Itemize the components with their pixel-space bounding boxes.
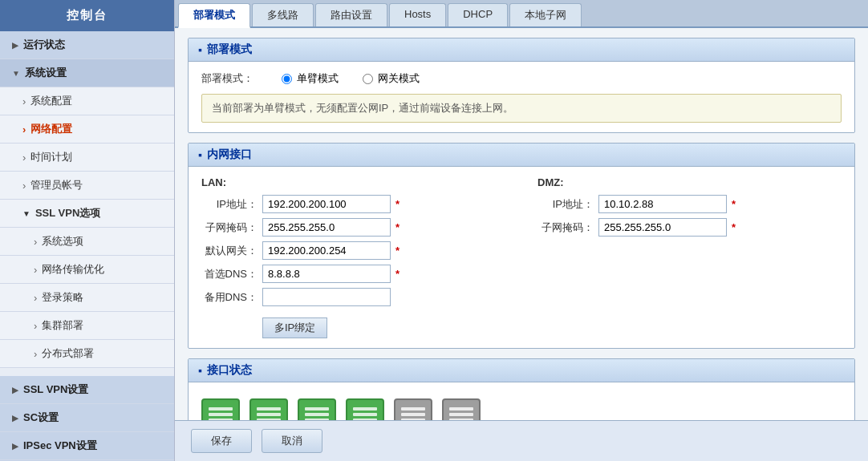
wan3-icon-lines (401, 407, 425, 420)
dmz-ip-star: * (732, 198, 736, 210)
sidebar-item-dist-deploy[interactable]: › 分布式部署 (0, 340, 174, 368)
sidebar-item-ssl-vpn-settings[interactable]: ▶ SSL VPN设置 (0, 376, 174, 404)
sidebar-item-time-plan[interactable]: › 时间计划 (0, 144, 174, 172)
dmz-mask-star: * (732, 221, 736, 233)
sidebar-item-ipsec-vpn[interactable]: ▶ IPSec VPN设置 (0, 432, 174, 460)
lan-dns1-star: * (395, 268, 400, 280)
chevron-icon: › (34, 320, 37, 332)
dmz-ip-input[interactable] (598, 195, 727, 213)
lan-mask-input[interactable] (262, 218, 391, 237)
chevron-icon: › (22, 95, 26, 107)
wan2-line2 (353, 413, 377, 416)
interface-icon-wan1[interactable]: WAN1 (298, 398, 336, 420)
wan3-line2 (401, 413, 425, 416)
wan4-line3 (449, 419, 473, 420)
chevron-icon: › (34, 264, 37, 276)
content-body: 部署模式 部署模式： 单臂模式 网关模式 (175, 28, 868, 420)
lan-dns2-input[interactable] (262, 288, 391, 306)
wan4-icon-lines (449, 407, 473, 420)
lan-ip-row: IP地址： * (201, 195, 505, 213)
lan-gw-input[interactable] (262, 241, 391, 260)
wan1-line3 (305, 419, 329, 420)
sidebar-item-net-transfer[interactable]: › 网络传输优化 (0, 256, 174, 284)
interface-icon-wan3[interactable]: WAN3 (394, 398, 432, 420)
deploy-mode-label: 部署模式： (201, 71, 266, 86)
lan-ip-star: * (395, 198, 400, 210)
deploy-mode-body: 部署模式： 单臂模式 网关模式 当前部署为单臂模式，无 (189, 62, 854, 132)
interface-icon-lan[interactable]: LAN (201, 398, 240, 420)
tab-hosts[interactable]: Hosts (389, 3, 446, 26)
dmz-mask-input[interactable] (598, 218, 727, 237)
sidebar-item-label: SSL VPN选项 (35, 206, 100, 220)
sidebar-item-label: 系统设置 (25, 66, 67, 80)
chevron-icon: › (34, 348, 37, 360)
chevron-icon: › (34, 292, 37, 304)
wan3-icon-img (394, 398, 432, 420)
lan-dns2-row: 备用DNS： (201, 288, 505, 306)
tab-multi-route[interactable]: 多线路 (252, 3, 314, 26)
radio-gateway-mode[interactable]: 网关模式 (363, 71, 420, 86)
interface-icon-wan2[interactable]: WAN2 (346, 398, 384, 420)
chevron-icon: › (34, 236, 37, 248)
radio-gateway-input[interactable] (363, 74, 373, 84)
sidebar-item-sc-settings[interactable]: ▶ SC设置 (0, 404, 174, 432)
wan3-line1 (401, 407, 425, 410)
interface-row: LAN: IP地址： * 子网掩码： * (201, 176, 842, 338)
sidebar-item-label: 系统配置 (30, 94, 72, 108)
dmz-mask-row: 子网掩码： * (537, 218, 842, 237)
inner-interface-panel: 内网接口 LAN: IP地址： * 子网掩码： (188, 143, 855, 349)
sidebar-item-sys-options[interactable]: › 系统选项 (0, 228, 174, 256)
sidebar-item-login-policy[interactable]: › 登录策略 (0, 284, 174, 312)
lan-ip-input[interactable] (262, 195, 391, 213)
chevron-icon: › (22, 123, 26, 135)
sidebar-item-sys-config[interactable]: › 系统配置 (0, 87, 174, 115)
lan-mask-row: 子网掩码： * (201, 218, 505, 237)
sidebar-item-ssl-vpn-options[interactable]: ▼ SSL VPN选项 (0, 200, 174, 228)
cancel-button[interactable]: 取消 (262, 429, 322, 453)
lan-dns1-input[interactable] (262, 265, 391, 283)
tab-route-settings[interactable]: 路由设置 (315, 3, 387, 26)
tab-local-subnet[interactable]: 本地子网 (509, 3, 582, 26)
sidebar-item-net-config[interactable]: › 网络配置 (0, 115, 174, 144)
lan-dns1-label: 首选DNS： (201, 267, 258, 281)
sidebar-item-label: 运行状态 (23, 38, 65, 52)
lan-ip-label: IP地址： (201, 197, 258, 212)
lan-gw-row: 默认网关： * (201, 241, 505, 260)
deploy-info-box: 当前部署为单臂模式，无须配置公网IP，通过前端设备连接上网。 (201, 94, 842, 123)
radio-single-label: 单臂模式 (297, 71, 339, 86)
wan4-line1 (449, 407, 473, 410)
sidebar-item-run-status[interactable]: ▶ 运行状态 (0, 31, 174, 59)
deploy-mode-panel: 部署模式 部署模式： 单臂模式 网关模式 (188, 38, 855, 133)
arrow-icon: ▶ (12, 41, 18, 50)
sidebar-item-cluster-deploy[interactable]: › 集群部署 (0, 312, 174, 340)
dmz-ip-label: IP地址： (537, 197, 594, 212)
lan-icon-lines (209, 407, 233, 420)
radio-single-mode[interactable]: 单臂模式 (282, 71, 339, 86)
main-content: 部署模式 多线路 路由设置 Hosts DHCP 本地子网 部署模式 部署模式： (175, 0, 868, 461)
lan-line1 (209, 407, 233, 410)
sidebar-item-sys-settings[interactable]: ▼ 系统设置 (0, 59, 174, 87)
multi-ip-button[interactable]: 多IP绑定 (262, 317, 327, 338)
sidebar-item-admin-account[interactable]: › 管理员帐号 (0, 172, 174, 200)
wan4-line2 (449, 413, 473, 416)
deploy-radio-group: 单臂模式 网关模式 (282, 71, 420, 86)
lan-mask-star: * (395, 221, 400, 233)
radio-single-input[interactable] (282, 74, 292, 84)
sidebar-item-label: SC设置 (23, 410, 59, 425)
wan2-line3 (353, 419, 377, 420)
dmz-label: DMZ: (537, 176, 842, 188)
lan-line2 (209, 413, 233, 416)
save-button[interactable]: 保存 (191, 429, 252, 453)
wan1-line1 (305, 407, 329, 410)
chevron-icon: › (22, 152, 26, 164)
tab-deploy-mode[interactable]: 部署模式 (178, 3, 250, 28)
arrow-icon: ▶ (12, 414, 18, 423)
sidebar-item-label: 登录策略 (42, 290, 83, 305)
arrow-icon: ▼ (12, 69, 20, 78)
interface-icon-dmz[interactable]: DMZ (249, 398, 288, 420)
wan1-line2 (305, 413, 329, 416)
wan4-icon-img (442, 398, 481, 420)
tab-dhcp[interactable]: DHCP (448, 3, 508, 26)
interface-icon-wan4[interactable]: WAN4 (442, 398, 481, 420)
sidebar-item-label: SSL VPN设置 (23, 382, 88, 397)
